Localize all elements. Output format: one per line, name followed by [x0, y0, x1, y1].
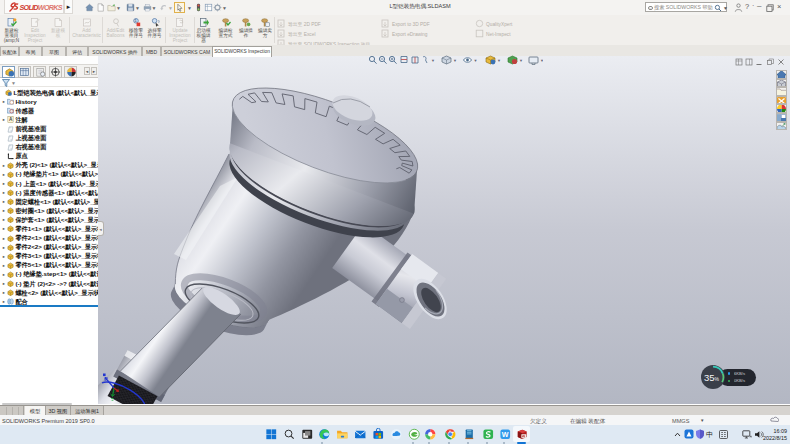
svg-text:A: A — [9, 118, 13, 123]
svg-text:▼: ▼ — [540, 58, 543, 63]
svg-text:▼: ▼ — [431, 58, 435, 63]
svg-text:SOLIDWORKS: SOLIDWORKS — [20, 3, 63, 12]
svg-text:▼: ▼ — [519, 58, 523, 63]
svg-text:▼: ▼ — [453, 58, 457, 63]
svg-text:▼: ▼ — [497, 58, 501, 63]
svg-text:▼: ▼ — [474, 58, 478, 63]
svg-text:W: W — [502, 431, 509, 439]
